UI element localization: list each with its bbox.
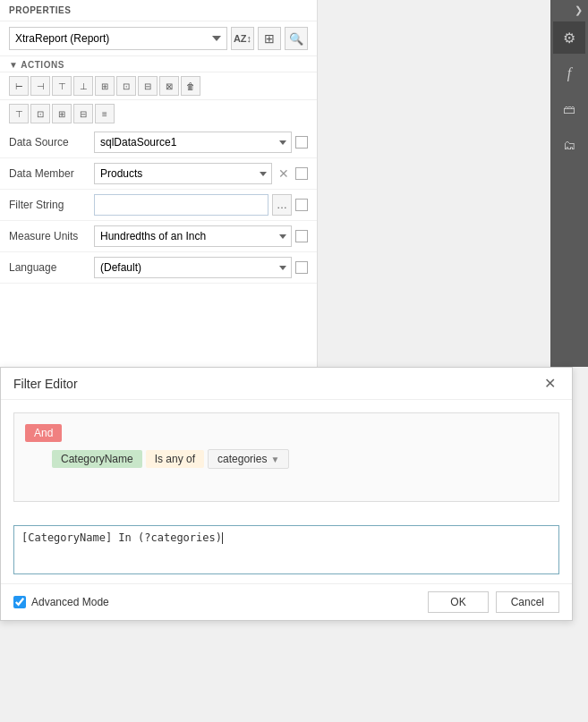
tb-icon-4: ⊥ (80, 81, 88, 91)
toolbar-btn-5[interactable]: ⊞ (95, 76, 115, 96)
advanced-mode-label: Advanced Mode (31, 596, 109, 608)
close-icon: ✕ (544, 376, 556, 391)
toolbar-btn-8[interactable]: ⊠ (159, 76, 179, 96)
data-member-label: Data Member (9, 167, 94, 180)
actions-section: ▼ ACTIONS (0, 56, 317, 72)
filter-editor-dialog: Filter Editor ✕ And CategoryName Is any … (0, 367, 573, 621)
properties-panel: PROPERTIES XtraReport (Report) AZ↕ ⊞ 🔍 ▼… (0, 0, 318, 367)
toolbar-btn-7[interactable]: ⊟ (138, 76, 158, 96)
filter-text-area-container: [CategoryName] In (?categories) (13, 525, 559, 574)
gear-icon: ⚙ (563, 30, 575, 47)
report-type-dropdown[interactable]: XtraReport (Report) (9, 27, 227, 50)
tb-icon-9: 🗑 (186, 81, 195, 91)
filter-canvas: And CategoryName Is any of categories ▼ (13, 412, 559, 502)
sidebar-expand-button[interactable]: ❯ (550, 0, 588, 20)
sidebar-report-icon[interactable]: 🗂 (553, 129, 585, 161)
filter-string-label: Filter String (9, 199, 94, 211)
language-label: Language (9, 261, 94, 274)
tb-icon-2: ⊣ (37, 81, 45, 91)
grid-view-button[interactable]: ⊞ (258, 27, 281, 50)
measure-units-checkbox[interactable] (295, 230, 308, 242)
toolbar-btn-3[interactable]: ⊤ (52, 76, 72, 96)
tb-icon-1: ⊢ (15, 81, 23, 91)
toolbar-btn-14[interactable]: ≡ (95, 104, 115, 123)
tb-icon-5: ⊞ (101, 81, 108, 91)
toolbar-btn-12[interactable]: ⊞ (52, 104, 72, 123)
tb-icon-14: ≡ (102, 109, 107, 119)
report-structure-icon: 🗂 (563, 138, 575, 152)
properties-dropdown-row: XtraReport (Report) AZ↕ ⊞ 🔍 (0, 21, 317, 56)
filter-expression-text[interactable]: [CategoryName] In (?categories) (21, 531, 222, 544)
database-icon: 🗃 (563, 102, 575, 116)
data-member-clear-button[interactable]: ✕ (276, 166, 292, 182)
function-icon: f (567, 65, 571, 81)
language-dropdown[interactable]: (Default) (94, 257, 292, 278)
tb-icon-12: ⊞ (58, 109, 65, 119)
toolbar-row-1: ⊢ ⊣ ⊤ ⊥ ⊞ ⊡ ⊟ ⊠ 🗑 (0, 72, 317, 100)
data-member-value: Products ✕ (94, 163, 308, 184)
filter-condition-row: CategoryName Is any of categories ▼ (52, 449, 548, 469)
filter-operator-tag[interactable]: Is any of (146, 450, 204, 468)
filter-field-tag[interactable]: CategoryName (52, 450, 142, 468)
data-source-value: sqlDataSource1 (94, 132, 308, 153)
filter-string-checkbox[interactable] (295, 199, 308, 211)
measure-units-value: Hundredths of an Inch (94, 225, 308, 247)
sidebar-properties-icon[interactable]: ⚙ (553, 21, 585, 54)
data-member-dropdown[interactable]: Products (94, 163, 272, 184)
cursor-caret (222, 532, 223, 544)
data-source-row: Data Source sqlDataSource1 (0, 127, 317, 158)
toolbar-btn-1[interactable]: ⊢ (9, 76, 29, 96)
actions-chevron: ▼ (9, 60, 21, 70)
filter-value-tag[interactable]: categories ▼ (208, 449, 289, 469)
data-member-checkbox[interactable] (295, 167, 308, 180)
properties-label: PROPERTIES (9, 5, 71, 15)
toolbar-btn-10[interactable]: ⊤ (9, 104, 29, 123)
tb-icon-8: ⊠ (166, 81, 173, 91)
data-member-row: Data Member Products ✕ (0, 158, 317, 190)
language-checkbox[interactable] (295, 261, 308, 274)
toolbar-btn-13[interactable]: ⊟ (73, 104, 93, 123)
tb-icon-13: ⊟ (80, 109, 87, 119)
measure-units-label: Measure Units (9, 230, 94, 242)
toolbar-btn-6[interactable]: ⊡ (116, 76, 136, 96)
tb-icon-7: ⊟ (144, 81, 151, 91)
search-button[interactable]: 🔍 (285, 27, 308, 50)
filter-footer-buttons: OK Cancel (428, 591, 559, 613)
filter-string-value: … (94, 194, 308, 216)
toolbar-btn-11[interactable]: ⊡ (30, 104, 50, 123)
sidebar-functions-icon[interactable]: f (553, 57, 585, 89)
data-source-label: Data Source (9, 136, 94, 149)
filter-and-button[interactable]: And (25, 424, 62, 442)
sort-az-icon: AZ↕ (234, 33, 251, 44)
measure-units-row: Measure Units Hundredths of an Inch (0, 221, 317, 252)
toolbar-btn-2[interactable]: ⊣ (30, 76, 50, 96)
filter-string-input[interactable] (94, 194, 268, 216)
search-icon: 🔍 (289, 32, 303, 46)
filter-dialog-header: Filter Editor ✕ (1, 368, 572, 400)
chevron-right-icon: ❯ (575, 4, 583, 16)
tb-icon-6: ⊡ (123, 81, 130, 91)
tb-icon-3: ⊤ (58, 81, 66, 91)
tb-icon-10: ⊤ (15, 109, 23, 119)
toolbar-btn-9[interactable]: 🗑 (181, 76, 200, 96)
toolbar-row-2: ⊤ ⊡ ⊞ ⊟ ≡ (0, 100, 317, 127)
advanced-mode-checkbox[interactable] (13, 596, 26, 608)
cancel-button[interactable]: Cancel (496, 591, 559, 613)
ok-button[interactable]: OK (428, 591, 488, 613)
measure-units-dropdown[interactable]: Hundredths of an Inch (94, 225, 292, 247)
actions-label: ACTIONS (21, 60, 64, 70)
data-source-checkbox[interactable] (295, 136, 308, 149)
filter-close-button[interactable]: ✕ (541, 375, 559, 392)
properties-header: PROPERTIES (0, 0, 317, 21)
toolbar-btn-4[interactable]: ⊥ (73, 76, 93, 96)
sort-az-button[interactable]: AZ↕ (231, 27, 254, 50)
filter-value-dropdown-icon: ▼ (270, 454, 279, 464)
data-source-dropdown[interactable]: sqlDataSource1 (94, 132, 292, 153)
sidebar-data-icon[interactable]: 🗃 (553, 93, 585, 125)
tb-icon-11: ⊡ (37, 109, 44, 119)
advanced-mode-container: Advanced Mode (13, 596, 109, 608)
filter-group-row: And (25, 424, 548, 442)
filter-string-row: Filter String … (0, 190, 317, 221)
filter-string-dots-button[interactable]: … (272, 194, 292, 216)
filter-footer: Advanced Mode OK Cancel (1, 583, 572, 620)
